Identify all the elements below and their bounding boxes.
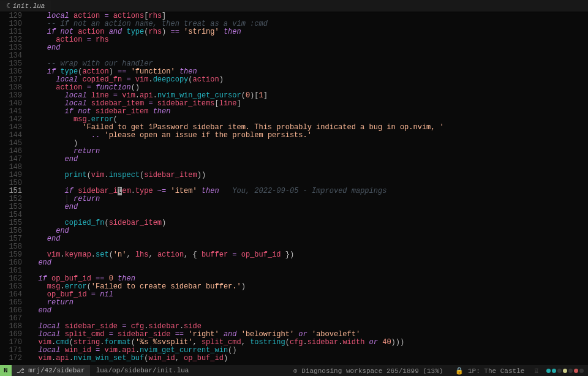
status-dots xyxy=(542,367,588,374)
code-content[interactable]: end xyxy=(29,259,588,267)
line-number: 172 xyxy=(0,355,29,363)
code-content[interactable]: if sidebar_item.type ~= 'item' then You,… xyxy=(29,187,588,195)
code-content[interactable]: action = rhs xyxy=(29,36,588,44)
code-line[interactable]: 160 end xyxy=(0,259,588,267)
onepassword-status: 🔒 1P: The Castle xyxy=(449,367,530,375)
code-content[interactable]: │ return xyxy=(29,195,588,203)
code-line[interactable]: 157 end xyxy=(0,235,588,243)
active-tab[interactable]: ☾init.lua xyxy=(0,1,51,11)
code-content[interactable]: vim.api.nvim_win_set_buf(win_id, op_buf_… xyxy=(29,355,588,363)
status-decor-icon: ♖ xyxy=(530,367,542,375)
code-content[interactable]: copied_fn(sidebar_item) xyxy=(29,219,588,227)
statusline: N ⎇ mrj/42/sidebar lua/op/sidebar/init.l… xyxy=(0,365,588,376)
code-line[interactable]: 133 end xyxy=(0,44,588,52)
code-line[interactable]: 172 vim.api.nvim_win_set_buf(win_id, op_… xyxy=(0,355,588,363)
tab-bar: ☾init.lua xyxy=(0,0,588,12)
code-line[interactable]: 132 action = rhs xyxy=(0,36,588,44)
code-line[interactable]: 147 end xyxy=(0,156,588,164)
code-content[interactable]: print(vim.inspect(sidebar_item)) xyxy=(29,171,588,179)
code-line[interactable]: 149 print(vim.inspect(sidebar_item)) xyxy=(0,171,588,179)
lsp-progress: ⊙ Diagnosing workspace 265/1899 (13%) xyxy=(287,367,449,375)
code-content[interactable]: op_buf_id = nil xyxy=(29,291,588,299)
code-line[interactable]: 156 end xyxy=(0,227,588,235)
code-content[interactable]: if not action and type(rhs) == 'string' … xyxy=(29,28,588,36)
code-line[interactable]: 153 end xyxy=(0,203,588,211)
code-line[interactable]: 146 return xyxy=(0,148,588,156)
code-line[interactable]: 165 return xyxy=(0,299,588,307)
code-content[interactable]: .. 'please open an issue if the problem … xyxy=(29,132,588,140)
branch-icon: ⎇ xyxy=(17,367,24,375)
code-line[interactable]: 159 vim.keymap.set('n', lhs, action, { b… xyxy=(0,251,588,259)
diag-icon: ⊙ xyxy=(293,367,298,375)
branch-name: mrj/42/sidebar xyxy=(28,367,85,374)
diag-text: Diagnosing workspace 265/1899 (13%) xyxy=(301,367,443,375)
code-content[interactable]: ) xyxy=(29,140,588,148)
code-line[interactable]: 152 │ return xyxy=(0,195,588,203)
file-path: lua/op/sidebar/init.lua xyxy=(90,367,195,374)
code-content[interactable]: return xyxy=(29,148,588,156)
code-content[interactable]: end xyxy=(29,156,588,164)
onepass-text: 1P: The Castle xyxy=(468,367,524,375)
code-content[interactable]: end xyxy=(29,203,588,211)
code-content[interactable]: return xyxy=(29,299,588,307)
git-branch[interactable]: ⎇ mrj/42/sidebar xyxy=(12,365,90,376)
lock-icon: 🔒 xyxy=(455,367,464,375)
code-content[interactable]: end xyxy=(29,227,588,235)
code-line[interactable]: 155 copied_fn(sidebar_item) xyxy=(0,219,588,227)
code-content[interactable]: end xyxy=(29,235,588,243)
code-editor[interactable]: 129 local action = actions[rhs]130 -- if… xyxy=(0,12,588,365)
code-content[interactable]: end xyxy=(29,307,588,315)
code-content[interactable]: vim.keymap.set('n', lhs, action, { buffe… xyxy=(29,251,588,259)
code-content[interactable]: end xyxy=(29,44,588,52)
lua-file-icon: ☾ xyxy=(6,2,10,10)
code-line[interactable]: 164 op_buf_id = nil xyxy=(0,291,588,299)
tab-label: init.lua xyxy=(13,2,45,10)
mode-indicator: N xyxy=(0,365,12,376)
code-line[interactable]: 144 .. 'please open an issue if the prob… xyxy=(0,132,588,140)
code-line[interactable]: 166 end xyxy=(0,307,588,315)
